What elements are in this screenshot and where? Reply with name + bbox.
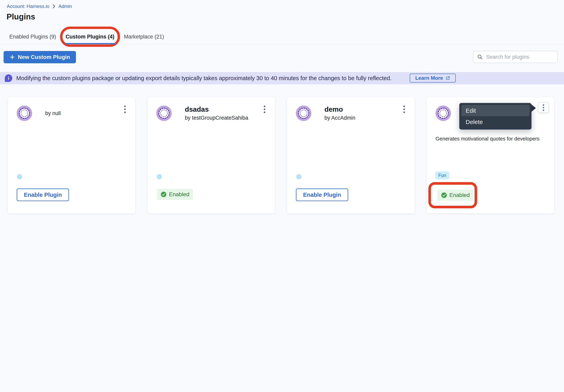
card-header: dsadas by testGroupCreateSahiba — [156, 106, 253, 121]
breadcrumb-account-link[interactable]: Account: Harness.io — [7, 4, 49, 9]
plugin-name: dsadas — [185, 106, 248, 113]
category-dot — [296, 174, 302, 179]
tag-badge: Fun — [435, 171, 449, 179]
plugin-byline: by testGroupCreateSahiba — [185, 115, 248, 121]
kebab-menu-icon[interactable] — [403, 105, 406, 114]
new-custom-plugin-button[interactable]: New Custom Plugin — [4, 51, 76, 63]
plugin-logo-icon — [296, 106, 311, 121]
new-custom-plugin-label: New Custom Plugin — [18, 54, 70, 60]
check-circle-icon — [161, 191, 166, 197]
enable-plugin-button[interactable]: Enable Plugin — [296, 188, 348, 201]
search-box — [473, 51, 558, 63]
plugin-byline: by AccAdmin — [324, 115, 355, 121]
plus-icon — [10, 54, 15, 60]
enable-plugin-button[interactable]: Enable Plugin — [17, 188, 69, 201]
menu-item-edit[interactable]: Edit — [461, 105, 529, 116]
kebab-menu-icon[interactable] — [123, 105, 126, 114]
search-icon — [477, 54, 483, 60]
info-icon — [5, 74, 12, 82]
plugin-card: demo by AccAdmin Enable Plugin — [287, 97, 414, 213]
tab-custom-plugins[interactable]: Custom Plugins (4) — [66, 30, 114, 44]
menu-item-delete[interactable]: Delete — [461, 116, 529, 127]
learn-more-label: Learn More — [415, 75, 443, 81]
learn-more-button[interactable]: Learn More — [410, 74, 456, 83]
status-badge-label: Enabled — [449, 192, 470, 198]
plugin-card: dsadas by testGroupCreateSahiba Enabled — [148, 97, 275, 213]
info-banner: Modifying the custom plugins package or … — [0, 72, 564, 84]
plugin-logo-icon — [156, 106, 172, 121]
context-menu: Edit Delete — [459, 103, 532, 129]
plugin-logo-icon — [17, 106, 32, 121]
card-header: demo by AccAdmin — [296, 106, 393, 121]
chevron-right-icon — [52, 4, 56, 9]
breadcrumb-admin-link[interactable]: Admin — [58, 4, 72, 9]
page-title: Plugins — [7, 12, 35, 21]
status-badge-label: Enabled — [169, 191, 189, 197]
tab-marketplace[interactable]: Marketplace (21) — [124, 30, 164, 44]
plugin-logo-icon — [436, 106, 451, 121]
breadcrumb: Account: Harness.io Admin — [7, 4, 72, 9]
plugin-card: by null Enable Plugin — [8, 97, 135, 213]
banner-text: Modifying the custom plugins package or … — [16, 75, 392, 82]
external-link-icon — [445, 76, 450, 81]
menu-pointer-arrow — [531, 104, 536, 112]
kebab-menu-icon[interactable] — [263, 105, 266, 114]
search-input[interactable] — [486, 54, 554, 60]
plugin-name: demo — [324, 106, 355, 113]
plugin-byline: by null — [45, 110, 61, 116]
category-dot — [17, 174, 22, 179]
plugin-description: Generates motivational quotes for develo… — [436, 135, 547, 142]
check-circle-icon — [441, 192, 447, 198]
card-header: by null — [17, 106, 113, 121]
tab-enabled-plugins[interactable]: Enabled Plugins (9) — [9, 30, 56, 44]
status-badge: Enabled — [438, 190, 473, 201]
kebab-menu-icon-active[interactable] — [538, 102, 549, 113]
status-badge: Enabled — [157, 189, 193, 200]
category-dot — [157, 174, 162, 179]
tab-bar: Enabled Plugins (9) Custom Plugins (4) M… — [0, 30, 564, 44]
